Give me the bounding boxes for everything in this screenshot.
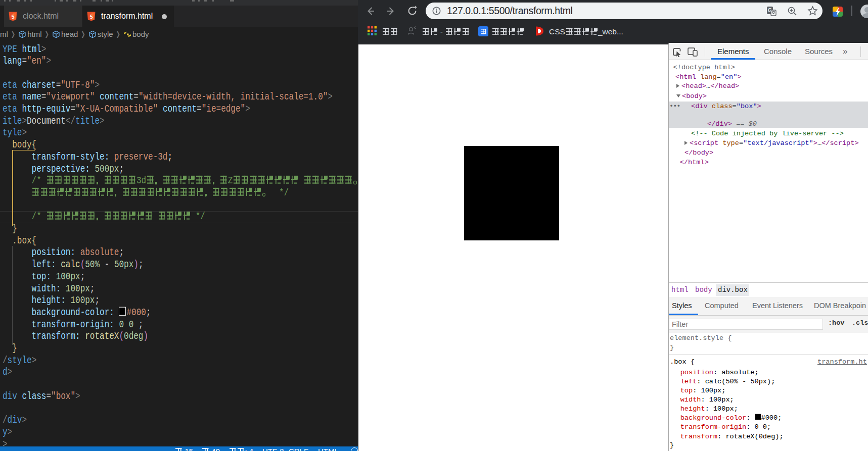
svg-text:5: 5 bbox=[11, 13, 14, 19]
svg-text:5: 5 bbox=[89, 13, 93, 19]
